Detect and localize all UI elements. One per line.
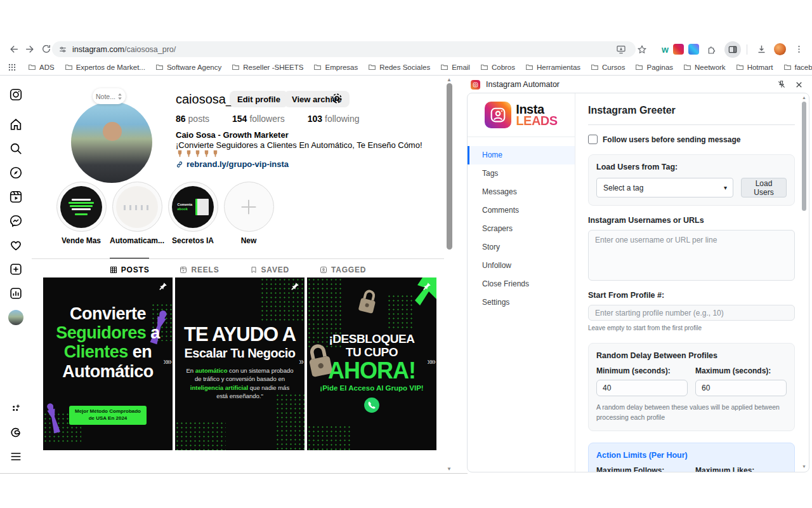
dashboard-icon[interactable] (8, 286, 23, 301)
extension-favicon (471, 80, 480, 90)
post-body: En automático con un sistema probado de … (186, 366, 294, 400)
threads-icon[interactable] (8, 425, 23, 440)
nav-messages[interactable]: Messages (468, 183, 575, 201)
search-icon[interactable] (8, 141, 23, 156)
bookmark-item[interactable]: Hotmart (732, 62, 777, 72)
start-from-input[interactable] (588, 305, 795, 321)
downloads-icon[interactable] (753, 41, 769, 58)
usernames-textarea[interactable] (588, 230, 795, 281)
note-bubble[interactable]: Note... (93, 88, 126, 104)
nav-comments[interactable]: Comments (468, 201, 575, 220)
nav-tags[interactable]: Tags (468, 164, 575, 183)
chrome-menu-icon[interactable] (790, 41, 807, 58)
scroll-up-icon[interactable]: ▲ (801, 95, 807, 100)
reels-icon[interactable] (8, 189, 23, 204)
bookmark-item[interactable]: Herramientas (521, 62, 584, 72)
delay-max-input[interactable] (695, 380, 787, 396)
post-convierte[interactable]: Convierte Seguidores a Clientes en Autom… (43, 277, 173, 450)
stat-following[interactable]: 103following (308, 114, 360, 124)
profile-avatar[interactable] (8, 310, 23, 325)
bookmark-item[interactable]: Cursos (587, 62, 629, 72)
bio-link[interactable]: rebrand.ly/grupo-vip-insta (176, 159, 289, 169)
settings-gear-icon[interactable] (330, 91, 344, 105)
post-te-ayudo[interactable]: TE AYUDO A Escalar Tu Negocio En automát… (175, 277, 304, 450)
scroll-down-icon[interactable]: ▼ (801, 464, 807, 469)
padlock-icon (355, 286, 381, 317)
toolbar-right: w (613, 41, 807, 58)
nav-close-friends[interactable]: Close Friends (468, 275, 575, 293)
carousel-chevrons: » (299, 356, 303, 366)
bookmark-item[interactable]: Email (436, 62, 474, 72)
extension-panel: Insta LEADS Home Tags Messages Comments … (467, 93, 809, 472)
site-settings-icon[interactable] (58, 45, 67, 54)
bookmark-item[interactable]: Empresas (310, 62, 362, 72)
install-icon[interactable] (613, 41, 629, 58)
scroll-down-icon[interactable]: ▼ (444, 466, 454, 472)
nav-unfollow[interactable]: Unfollow (468, 257, 575, 275)
delay-min-input[interactable] (596, 380, 688, 396)
viewport-bottom-edge (0, 473, 468, 474)
extension-scrollbar[interactable]: ▲ ▼ (801, 95, 807, 469)
forward-icon[interactable] (22, 41, 38, 57)
nav-settings[interactable]: Settings (468, 293, 575, 312)
load-users-button[interactable]: Load Users (741, 178, 787, 197)
profile-photo[interactable] (71, 102, 152, 183)
explore-icon[interactable] (8, 165, 23, 180)
green-arrow-decoration (403, 277, 436, 319)
more-menu-icon[interactable] (8, 449, 23, 464)
pinned-icon (159, 282, 167, 291)
bookmark-item[interactable]: ADS (24, 62, 58, 72)
messenger-icon[interactable] (8, 213, 23, 229)
home-icon[interactable] (8, 117, 23, 132)
stat-posts[interactable]: 86posts (176, 114, 209, 124)
extensions-puzzle-icon[interactable] (704, 41, 720, 58)
bookmark-item[interactable]: Paginas (631, 62, 677, 72)
extension-w-icon[interactable]: w (662, 44, 669, 55)
side-panel-icon[interactable] (724, 41, 741, 58)
stat-followers[interactable]: 154followers (232, 114, 285, 124)
folder-icon (480, 63, 488, 71)
notifications-heart-icon[interactable] (8, 237, 23, 253)
bookmark-item[interactable]: Expertos de Market... (61, 62, 149, 72)
folder-icon (368, 63, 376, 71)
highlight-new[interactable]: New (220, 182, 277, 245)
follow-checkbox[interactable] (588, 135, 598, 144)
profile-stats: 86posts 154followers 103following (176, 114, 360, 124)
scrollbar-thumb[interactable] (447, 83, 452, 250)
profile-avatar-icon[interactable] (774, 43, 786, 55)
bookmark-item[interactable]: Neetwork (679, 62, 730, 72)
address-bar[interactable]: instagram.com/caiososa_pro/ (52, 41, 636, 57)
extension-instagram-icon[interactable] (673, 44, 684, 55)
instagram-logo-icon[interactable] (8, 87, 23, 102)
create-icon[interactable] (8, 262, 23, 277)
highlight-automaticam[interactable]: Automaticam... (108, 182, 166, 245)
highlight-vende-mas[interactable]: Vende Mas (53, 182, 110, 245)
tag-select[interactable]: Select a tag ▾ (596, 178, 733, 197)
folder-icon (525, 63, 534, 71)
highlight-secretos-ia[interactable]: Comentaebook Secretos IA (164, 182, 221, 245)
page-scrollbar[interactable]: ▲ ▼ (444, 76, 454, 473)
bookmark-star-icon[interactable] (634, 41, 650, 58)
back-icon[interactable] (5, 41, 22, 57)
bookmark-item[interactable]: Software Agency (152, 62, 225, 72)
extension-blue-icon[interactable] (688, 44, 699, 55)
close-panel-icon[interactable] (795, 81, 803, 89)
meta-ai-icon[interactable] (8, 401, 23, 416)
nav-scrapers[interactable]: Scrapers (468, 220, 575, 238)
chess-piece-decoration (44, 402, 63, 439)
delay-help: A random delay between these values will… (596, 403, 787, 423)
start-from-label: Start From Profile #: (588, 291, 795, 300)
nav-home[interactable]: Home (468, 146, 575, 164)
folder-icon (591, 63, 599, 71)
bookmark-item[interactable]: Redes Sociales (364, 62, 434, 72)
post-desbloquea[interactable]: ¡DESBLOQUEA TU CUPO AHORA! ¡Pide El Acce… (307, 277, 436, 450)
scroll-up-icon[interactable]: ▲ (444, 77, 454, 83)
unpin-icon[interactable] (777, 80, 786, 89)
apps-grid-icon[interactable] (8, 61, 16, 74)
edit-profile-button[interactable]: Edit profile (230, 91, 288, 107)
bookmark-item[interactable]: facebook Herramie... (780, 62, 812, 72)
bookmark-item[interactable]: Cobros (476, 62, 519, 72)
bookmark-item[interactable]: Reseller -SHEETS (228, 62, 307, 72)
nav-story[interactable]: Story (468, 238, 575, 257)
scrollbar-thumb[interactable] (802, 102, 806, 211)
